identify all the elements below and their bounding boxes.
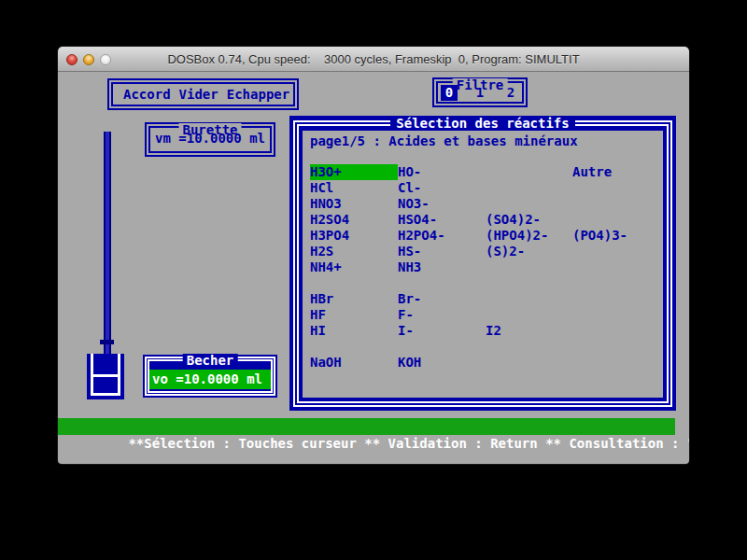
reactant-cell[interactable]: NH3 xyxy=(398,259,486,275)
reactant-cell[interactable]: I- xyxy=(398,323,486,339)
reactant-row: H2SHS-(S)2- xyxy=(303,244,663,259)
window-title: DOSBox 0.74, Cpu speed: 3000 cycles, Fra… xyxy=(58,52,689,66)
reactant-cell-empty xyxy=(572,339,663,355)
reactant-cell[interactable]: Autre xyxy=(572,164,663,180)
reactant-cell-empty xyxy=(486,196,572,212)
menu-item-echapper[interactable]: Echapper xyxy=(227,87,289,102)
reactant-cell-empty xyxy=(486,291,572,307)
dialog-content: page1/5 : Acides et bases minéraux H3O+H… xyxy=(303,131,663,398)
filtre-option-1[interactable]: 1 xyxy=(472,85,488,101)
reactant-cell[interactable]: NO3- xyxy=(398,196,486,212)
reactant-cell[interactable]: HNO3 xyxy=(310,196,398,212)
reactant-cell[interactable]: (S)2- xyxy=(486,244,572,259)
zoom-button[interactable] xyxy=(100,54,111,65)
reactant-row: HFF- xyxy=(303,307,663,323)
reactant-cell-empty xyxy=(572,291,663,307)
reactant-cell-empty xyxy=(572,275,663,291)
reactant-row xyxy=(303,339,663,355)
reactant-cell-empty xyxy=(572,307,663,323)
desktop: DOSBox 0.74, Cpu speed: 3000 cycles, Fra… xyxy=(0,0,747,560)
reactant-cell[interactable]: NaOH xyxy=(310,355,398,371)
reactant-row: HClCl- xyxy=(303,180,663,196)
reactant-cell-empty xyxy=(398,275,486,291)
filtre-option-2[interactable]: 2 xyxy=(502,85,519,101)
reactant-cell-empty xyxy=(310,275,398,291)
becher-volume: vo =10.0000 ml xyxy=(149,370,271,389)
reactant-cell[interactable]: H2PO4- xyxy=(398,228,486,244)
reactant-cell-empty xyxy=(572,196,663,212)
dialog-page-indicator: page1/5 : Acides et bases minéraux xyxy=(310,133,578,149)
reactant-cell-empty xyxy=(486,180,572,196)
reactant-cell[interactable]: Br- xyxy=(398,291,486,307)
becher-box: Becher vo =10.0000 ml xyxy=(143,355,277,398)
reactant-cell[interactable]: I2 xyxy=(486,323,572,339)
filtre-option-0[interactable]: 0 xyxy=(441,85,458,101)
reactant-cell[interactable]: NH4+ xyxy=(310,259,398,275)
reactant-cell[interactable]: Cl- xyxy=(398,180,486,196)
filtre-options: 0 1 2 xyxy=(438,83,522,102)
becher-graphic xyxy=(87,354,124,399)
reactant-cell[interactable]: HI xyxy=(310,323,398,339)
menu-item-vider[interactable]: Vider xyxy=(179,87,218,102)
reactant-cell[interactable]: H3O+ xyxy=(310,164,398,180)
reactant-cell[interactable]: HSO4- xyxy=(398,212,486,228)
reactant-cell[interactable]: HO- xyxy=(398,164,486,180)
reactant-row: HNO3NO3- xyxy=(303,196,663,212)
reactant-cell-empty xyxy=(572,259,663,275)
reactant-row: HII-I2 xyxy=(303,323,663,339)
reactant-row: NaOHKOH xyxy=(303,355,663,371)
reactant-cell-empty xyxy=(572,323,663,339)
reactant-cell-empty xyxy=(486,339,572,355)
reactant-cell[interactable]: (HPO4)2- xyxy=(486,228,572,244)
dosbox-window: DOSBox 0.74, Cpu speed: 3000 cycles, Fra… xyxy=(57,46,690,465)
traffic-lights xyxy=(66,47,111,72)
menu-item-accord[interactable]: Accord xyxy=(123,87,171,102)
reactant-cell[interactable]: H2S xyxy=(310,244,398,259)
dos-screen: Accord Vider Echapper Filtre 0 1 2 Buret… xyxy=(58,72,689,464)
reactant-row: H2SO4HSO4-(SO4)2- xyxy=(303,212,663,228)
reactant-cell[interactable]: H2SO4 xyxy=(310,212,398,228)
reactant-row: NH4+NH3 xyxy=(303,259,663,275)
reactant-cell[interactable]: HS- xyxy=(398,244,486,259)
dialog-title: Sélection des réactifs xyxy=(390,116,574,131)
becher-liquid-level xyxy=(92,374,119,377)
reactant-cell[interactable]: (PO4)3- xyxy=(572,228,663,244)
reactant-row xyxy=(303,275,663,291)
menu-bar: Accord Vider Echapper xyxy=(107,78,299,110)
reactant-cell-empty xyxy=(486,355,572,371)
burette-box: Burette vm =10.0000 ml xyxy=(145,122,275,157)
reactant-cell-empty xyxy=(572,355,663,371)
reactant-cell[interactable]: F- xyxy=(398,307,486,323)
reactant-cell-empty xyxy=(310,339,398,355)
reactant-cell[interactable]: KOH xyxy=(398,355,486,371)
reactant-dialog: Sélection des réactifs page1/5 : Acides … xyxy=(289,116,676,411)
reactant-cell-empty xyxy=(486,259,572,275)
reactant-cell-empty xyxy=(398,339,486,355)
reactant-cell[interactable]: H3PO4 xyxy=(310,228,398,244)
filtre-box: Filtre 0 1 2 xyxy=(432,77,528,107)
reactant-cell-empty xyxy=(486,307,572,323)
minimize-button[interactable] xyxy=(83,54,94,65)
reactant-cell[interactable]: HCl xyxy=(310,180,398,196)
reactant-cell-empty xyxy=(572,180,663,196)
close-button[interactable] xyxy=(66,54,78,65)
becher-title: Becher xyxy=(183,354,238,368)
status-bar: **Sélection : Touches curseur ** Validat… xyxy=(58,418,675,435)
reactant-cell-empty xyxy=(486,164,572,180)
reactant-cell-empty xyxy=(572,212,663,228)
reactant-row: H3PO4H2PO4-(HPO4)2-(PO4)3- xyxy=(303,228,663,244)
reactant-cell-empty xyxy=(572,244,663,259)
reactant-row: HBrBr- xyxy=(303,291,663,307)
dialog-titlebar: Sélection des réactifs xyxy=(289,116,676,131)
reactant-cell[interactable]: HF xyxy=(310,307,398,323)
status-bar-text: **Sélection : Touches curseur ** Validat… xyxy=(128,436,690,451)
titlebar[interactable]: DOSBox 0.74, Cpu speed: 3000 cycles, Fra… xyxy=(58,47,689,72)
burette-stopcock-icon xyxy=(100,340,114,344)
reactant-table: H3O+HO-AutreHClCl-HNO3NO3-H2SO4HSO4-(SO4… xyxy=(303,164,663,371)
burette-volume: vm =10.0000 ml xyxy=(155,131,265,147)
burette-tube-graphic xyxy=(104,132,111,356)
reactant-cell-empty xyxy=(486,275,572,291)
reactant-row: H3O+HO-Autre xyxy=(303,164,663,180)
reactant-cell[interactable]: (SO4)2- xyxy=(486,212,572,228)
reactant-cell[interactable]: HBr xyxy=(310,291,398,307)
